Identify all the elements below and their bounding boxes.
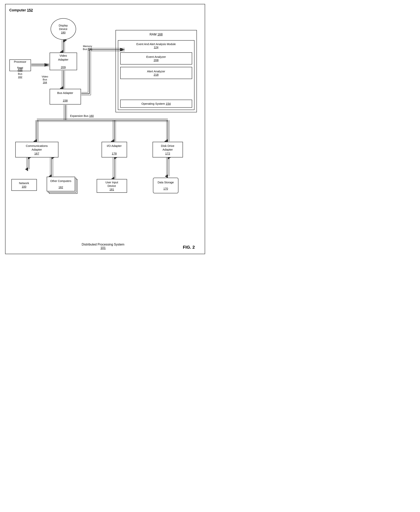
computer-label: Computer 152 [9, 8, 201, 12]
bus-adapter-id: 158 [63, 99, 68, 103]
video-bus-label: VideoBus164 [42, 75, 48, 84]
display-device-id: 180 [61, 31, 66, 34]
display-device-label: Display Device [59, 24, 68, 31]
os-box: Operating System 154 [120, 100, 192, 108]
user-input-id: 181 [109, 188, 114, 191]
dps-id: 101 [100, 246, 106, 250]
bus-adapter-label: Bus Adapter [57, 91, 73, 95]
comm-adapter-label: Communications Adapter [26, 144, 48, 151]
user-input-label: User Input Device [105, 181, 118, 188]
other-computers-box: Other Computers 182 [47, 177, 75, 191]
event-analyzer-id: 208 [154, 59, 158, 62]
other-computers-wrap: Other Computers 182 [47, 177, 78, 194]
eaam-id: 124 [154, 46, 158, 49]
bus-adapter-box: Bus Adapter 158 [50, 89, 81, 105]
memory-bus-label: MemoryBus 166 [83, 45, 92, 51]
processor-label: Processor [14, 60, 26, 64]
display-device: Display Device 180 [51, 18, 76, 40]
dps-title: Distributed Processing System [82, 243, 125, 246]
other-computers-id: 182 [59, 186, 63, 189]
front-side-bus-label: FrontSideBus162 [17, 66, 23, 78]
event-analyzer-label: Event Analyzer [146, 55, 166, 59]
video-adapter-box: Video Adapter 209 [50, 53, 77, 70]
page: Computer 152 [5, 4, 205, 254]
fig-label: FIG. 2 [149, 245, 199, 250]
expansion-bus-label: Expansion Bus 160 [70, 114, 94, 117]
io-adapter-box: I/O Adapter 178 [102, 142, 127, 158]
eaam-box: Event And Alert Analysis Module 124 Even… [118, 40, 195, 110]
exp-bus-text: Expansion Bus [70, 114, 89, 117]
io-adapter-id: 178 [112, 151, 117, 156]
exp-bus-id: 160 [89, 114, 94, 117]
user-input-box: User Input Device 181 [97, 179, 127, 193]
disk-adapter-id: 172 [165, 151, 170, 156]
vbus-id: 164 [43, 81, 47, 84]
video-adapter-label: Video Adapter [58, 54, 68, 61]
alert-analyzer-label: Alert Analyzer [147, 70, 165, 73]
ram-label: RAM 168 [150, 33, 163, 36]
network-box: Network 100 [11, 179, 37, 191]
alert-analyzer-id: 218 [154, 73, 158, 76]
network-label: Network [19, 181, 29, 185]
io-adapter-label: I/O Adapter [107, 144, 122, 148]
os-label: Operating System [141, 102, 165, 105]
disk-adapter-box: Disk Drive Adapter 172 [153, 142, 183, 158]
diagram: Display Device 180 RAM 168 Event And Ale… [9, 14, 201, 240]
fig-label-text: FIG. 2 [183, 245, 195, 250]
comm-adapter-id: 167 [34, 151, 39, 156]
other-computers-label: Other Computers [50, 180, 71, 182]
disk-adapter-label: Disk Drive Adapter [161, 144, 174, 151]
data-storage-label: Data Storage [158, 181, 174, 184]
ram-id: 168 [158, 33, 163, 36]
data-storage-cylinder: Data Storage 170 [153, 178, 179, 193]
ram-box: RAM 168 Event And Alert Analysis Module … [115, 30, 197, 112]
os-id: 154 [166, 102, 171, 105]
bottom-area: Distributed Processing System 101 FIG. 2 [9, 240, 201, 250]
eaam-label: Event And Alert Analysis Module [136, 43, 176, 46]
comm-adapter-box: Communications Adapter 167 [15, 142, 59, 158]
eaam-title: Event And Alert Analysis Module 124 [120, 43, 192, 49]
data-storage-id: 170 [163, 187, 168, 190]
fsb-id: 162 [18, 75, 22, 78]
video-adapter-id: 209 [61, 65, 66, 69]
computer-id: 152 [27, 8, 33, 12]
alert-analyzer-box: Alert Analyzer 218 [120, 67, 192, 79]
mbus-id: 166 [88, 48, 92, 51]
bottom-center-label: Distributed Processing System 101 [57, 243, 149, 250]
data-storage-wrap: Data Storage 170 [150, 177, 181, 194]
computer-label-text: Computer [9, 8, 26, 12]
event-analyzer-box: Event Analyzer 208 [120, 52, 192, 65]
network-id: 100 [22, 185, 26, 188]
